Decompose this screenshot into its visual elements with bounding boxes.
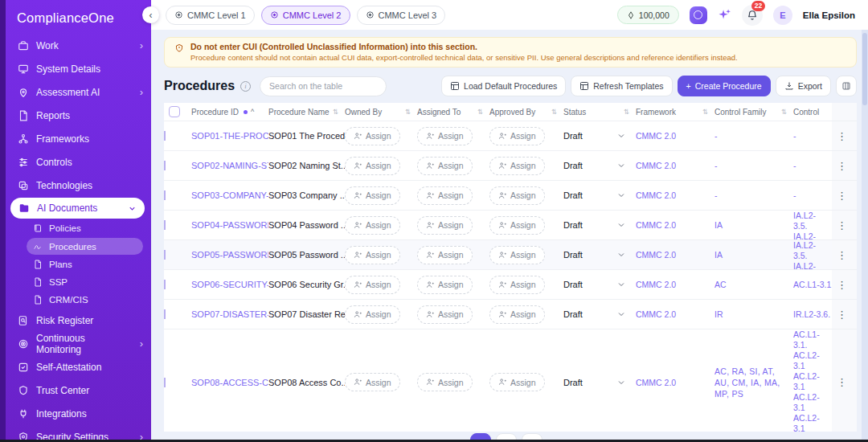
status-dropdown[interactable]: Draft — [563, 250, 636, 260]
control-links[interactable]: - — [793, 161, 832, 170]
assign-owner-button[interactable]: Assign — [345, 276, 400, 294]
sidebar-item-frameworks[interactable]: Frameworks — [6, 127, 151, 150]
kebab-menu-icon[interactable]: ⋮ — [837, 190, 847, 202]
column-header-assigned-to[interactable]: Assigned To⇅ — [417, 108, 489, 117]
assign-owner-button[interactable]: Assign — [345, 305, 400, 324]
assign-approver-button[interactable]: Assign — [489, 186, 545, 205]
select-all-checkbox[interactable] — [169, 106, 180, 117]
sidebar-item-system-details[interactable]: System Details — [6, 57, 151, 80]
framework-link[interactable]: CMMC 2.0 — [636, 378, 714, 387]
assign-assignee-button[interactable]: Assign — [417, 276, 473, 294]
status-dropdown[interactable]: Draft — [563, 280, 636, 289]
tab-cmmc-level-3[interactable]: CMMC Level 3 — [357, 6, 446, 25]
row-checkbox[interactable] — [164, 190, 166, 200]
column-header-owned-by[interactable]: Owned By⇅ — [345, 108, 417, 117]
column-header-control-family[interactable]: Control Family⇅ — [714, 108, 793, 117]
assign-assignee-button[interactable]: Assign — [417, 373, 473, 391]
kebab-menu-icon[interactable]: ⋮ — [837, 279, 847, 291]
column-header-control[interactable]: Control — [793, 108, 832, 117]
refresh-templates-button[interactable]: Refresh Templates — [571, 76, 672, 96]
framework-link[interactable]: CMMC 2.0 — [636, 190, 714, 200]
column-header-procedure-id[interactable]: Procedure ID^ — [191, 108, 268, 117]
tab-cmmc-level-2[interactable]: CMMC Level 2 — [261, 6, 350, 25]
control-links[interactable]: IA.L2-3.5. IA.L2-3.5. — [793, 211, 832, 239]
procedure-id-link[interactable]: SOP05-PASSWORD-P — [191, 250, 268, 260]
assign-approver-button[interactable]: Assign — [489, 276, 545, 294]
row-checkbox[interactable] — [164, 161, 166, 170]
control-links[interactable]: AC.L1-3.1. AC.L2-3.1 AC.L2-3.1 AC.L2-3.1… — [793, 329, 832, 432]
sidebar-item-integrations[interactable]: Integrations — [6, 402, 151, 425]
procedure-id-link[interactable]: SOP01-THE-PROCEDI — [191, 131, 268, 141]
create-procedure-button[interactable]: + Create Procedure — [678, 76, 771, 96]
kebab-menu-icon[interactable]: ⋮ — [837, 160, 847, 172]
framework-link[interactable]: CMMC 2.0 — [636, 220, 714, 230]
credits-pill[interactable]: 100,000 — [617, 6, 679, 24]
sidebar-item-plans[interactable]: Plans — [27, 256, 143, 272]
row-checkbox[interactable] — [164, 220, 166, 230]
assign-assignee-button[interactable]: Assign — [417, 157, 473, 175]
assign-approver-button[interactable]: Assign — [489, 157, 545, 175]
status-dropdown[interactable]: Draft — [563, 220, 636, 230]
assign-assignee-button[interactable]: Assign — [417, 216, 473, 235]
framework-link[interactable]: CMMC 2.0 — [636, 131, 714, 141]
sidebar-item-risk-register[interactable]: Risk Register — [6, 309, 151, 332]
row-checkbox[interactable] — [164, 280, 166, 289]
kebab-menu-icon[interactable]: ⋮ — [837, 130, 847, 142]
info-icon[interactable]: i — [240, 81, 251, 92]
sidebar-item-technologies[interactable]: Technologies — [6, 174, 151, 197]
kebab-menu-icon[interactable]: ⋮ — [837, 376, 847, 388]
row-checkbox[interactable] — [164, 378, 166, 387]
status-dropdown[interactable]: Draft — [563, 131, 636, 141]
assign-owner-button[interactable]: Assign — [345, 127, 400, 145]
procedure-id-link[interactable]: SOP03-COMPANY-EN — [191, 190, 268, 200]
column-header-approved-by[interactable]: Approved By⇅ — [489, 108, 563, 117]
assign-approver-button[interactable]: Assign — [489, 246, 545, 264]
row-checkbox[interactable] — [164, 309, 166, 319]
scrollbar-thumb[interactable] — [862, 33, 867, 105]
status-dropdown[interactable]: Draft — [563, 161, 636, 170]
control-links[interactable]: - — [793, 190, 832, 200]
framework-link[interactable]: CMMC 2.0 — [636, 280, 714, 289]
framework-link[interactable]: CMMC 2.0 — [636, 250, 714, 260]
kebab-menu-icon[interactable]: ⋮ — [837, 249, 847, 261]
search-input[interactable] — [260, 76, 387, 96]
tab-cmmc-level-1[interactable]: CMMC Level 1 — [166, 6, 255, 25]
sidebar-item-reports[interactable]: Reports — [6, 104, 151, 127]
kebab-menu-icon[interactable]: ⋮ — [837, 309, 847, 321]
column-settings-button[interactable] — [836, 76, 857, 96]
assign-approver-button[interactable]: Assign — [489, 216, 545, 235]
sidebar-item-self-attestation[interactable]: Self-Attestation — [6, 355, 151, 379]
column-header-status[interactable]: Status⇅ — [563, 108, 636, 117]
export-button[interactable]: Export — [776, 76, 831, 96]
sidebar-collapse-button[interactable]: ‹ — [142, 6, 159, 23]
sidebar-item-assessment-ai[interactable]: Assessment AI › — [6, 80, 151, 104]
assign-assignee-button[interactable]: Assign — [417, 186, 473, 205]
sidebar-item-trust-center[interactable]: Trust Center — [6, 379, 151, 402]
assign-assignee-button[interactable]: Assign — [417, 127, 473, 145]
control-links[interactable]: IA.L2-3.5. IA.L2-3.5. — [793, 240, 832, 269]
sidebar-item-procedures[interactable]: Procedures — [27, 238, 143, 255]
control-links[interactable]: IR.L2-3.6. — [793, 309, 832, 319]
column-header-procedure-name[interactable]: Procedure Name⇅ — [268, 108, 345, 117]
avatar[interactable]: E — [773, 6, 792, 25]
procedure-id-link[interactable]: SOP08-ACCESS-CON — [191, 378, 268, 387]
assign-assignee-button[interactable]: Assign — [417, 246, 473, 264]
framework-link[interactable]: CMMC 2.0 — [636, 309, 714, 319]
status-dropdown[interactable]: Draft — [563, 378, 636, 387]
assign-owner-button[interactable]: Assign — [345, 157, 400, 175]
status-dropdown[interactable]: Draft — [563, 309, 636, 319]
framework-link[interactable]: CMMC 2.0 — [636, 161, 714, 170]
load-default-procedures-button[interactable]: Load Default Procedures — [441, 76, 566, 96]
assign-owner-button[interactable]: Assign — [345, 373, 400, 391]
procedure-id-link[interactable]: SOP07-DISASTER-RE — [191, 309, 268, 319]
sidebar-item-continuous-monitoring[interactable]: Continuous Monitoring › — [6, 332, 151, 355]
assign-owner-button[interactable]: Assign — [345, 186, 400, 205]
notifications-button[interactable]: 22 — [742, 5, 763, 26]
status-dropdown[interactable]: Draft — [563, 190, 636, 200]
procedure-id-link[interactable]: SOP06-SECURITY-GR — [191, 280, 268, 289]
assign-approver-button[interactable]: Assign — [489, 305, 545, 324]
app-switcher-icon[interactable] — [690, 6, 707, 24]
scrollbar[interactable] — [862, 30, 868, 440]
assign-approver-button[interactable]: Assign — [489, 127, 545, 145]
procedure-id-link[interactable]: SOP02-NAMING-STAI — [191, 161, 268, 170]
